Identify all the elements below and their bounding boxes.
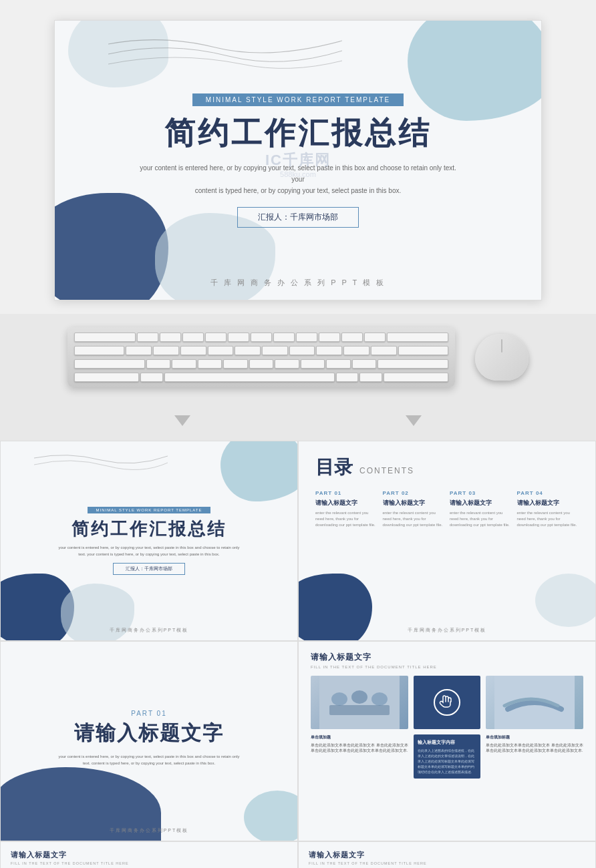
ms2-part-4-desc: enter the relevant content you need here…	[517, 510, 579, 528]
ms2-footer: 千库网商务办公系列PPT模板	[408, 627, 487, 634]
ms4-content: 请输入标题文字 FILL IN THE TEXT OF THE DOCUMENT…	[299, 642, 595, 789]
key	[275, 359, 299, 369]
key	[146, 359, 171, 369]
ms2-part-1-title: 请输入标题文字	[315, 499, 378, 507]
reporter-box: 汇报人：千库网市场部	[237, 207, 359, 228]
ms2-part-3-desc: enter the relevant content you need here…	[450, 510, 512, 528]
ms4-right-text: 单击填加标题 单击此处添加文本单击此处添加文本 单击此处添加文本 单击此处添加文…	[486, 734, 583, 779]
ms1-content: MINIMAL STYLE WORK REPORT TEMPLATE 简约工作汇…	[1, 441, 297, 640]
key	[249, 359, 274, 369]
mini-slide-6: 请输入标题文字 FILL IN THE TEXT OF THE DOCUMENT…	[298, 841, 596, 868]
key	[140, 373, 163, 382]
mini-slide-3: PART 01 请输入标题文字 your content is entered …	[0, 641, 298, 841]
key	[336, 373, 359, 382]
ms2-parts: PART 01 请输入标题文字 enter the relevant conte…	[315, 490, 579, 528]
keyboard-row-2	[74, 345, 448, 356]
ms2-blob-bottom-left	[298, 574, 372, 641]
svg-point-2	[351, 690, 367, 704]
ms4-icon-circle	[434, 689, 460, 716]
ms3-part-label: PART 01	[131, 710, 166, 717]
key	[352, 359, 377, 369]
slides-grid: MINIMAL STYLE WORK REPORT TEMPLATE 简约工作汇…	[0, 441, 596, 868]
key	[343, 346, 369, 355]
key	[137, 333, 158, 342]
ms2-header: 目录 CONTENTS	[315, 455, 579, 480]
ms6-title: 请输入标题文字	[309, 850, 585, 860]
keyboard	[67, 327, 455, 387]
mini-slide-1: MINIMAL STYLE WORK REPORT TEMPLATE 简约工作汇…	[0, 441, 298, 641]
key	[384, 373, 448, 382]
main-slide: MINIMAL STYLE WORK REPORT TEMPLATE 简约工作汇…	[54, 20, 542, 300]
ms4-meeting-img	[311, 676, 408, 729]
ms2-part-4: PART 04 请输入标题文字 enter the relevant conte…	[517, 490, 579, 528]
handshake-svg	[486, 676, 583, 729]
ms2-part-1-desc: enter the relevant content you need here…	[315, 510, 378, 528]
key	[208, 346, 234, 355]
mini-slide-2: 目录 CONTENTS PART 01 请输入标题文字 enter the re…	[298, 441, 596, 641]
key	[319, 333, 340, 342]
ms4-handshake-img	[486, 676, 583, 729]
ms6-subtitle: FILL IN THE TEXT OF THE DOCUMENT TITLE H…	[309, 861, 585, 865]
key	[223, 359, 248, 369]
ms4-bottom-row: 单击填加题 单击此处添加文本单击此处添加文本 单击此处添加文本 单击此处添加文本…	[311, 734, 583, 779]
svg-point-3	[371, 692, 388, 706]
ms2-part-4-title: 请输入标题文字	[517, 499, 579, 507]
ms1-footer: 千库网商务办公系列PPT模板	[110, 627, 189, 634]
key	[172, 359, 196, 369]
ms2-part-1-label: PART 01	[315, 490, 378, 496]
mouse	[475, 334, 529, 381]
ms2-content: 目录 CONTENTS PART 01 请输入标题文字 enter the re…	[299, 441, 595, 538]
key	[160, 333, 181, 342]
key	[296, 333, 317, 342]
keyboard-section	[0, 314, 596, 401]
key	[387, 333, 448, 342]
ms2-part-2-label: PART 02	[383, 490, 445, 496]
mini-slide-5: 请输入标题文字 FILL IN THE TEXT OF THE DOCUMENT…	[0, 841, 298, 868]
ms4-subtitle: FILL IN THE TEXT OF THE DOCUMENT TITLE H…	[311, 665, 583, 669]
key	[198, 359, 222, 369]
key	[74, 373, 139, 382]
key	[371, 346, 397, 355]
key	[316, 346, 342, 355]
arrow-left	[174, 415, 190, 426]
ms2-part-3-label: PART 03	[450, 490, 512, 496]
key	[126, 346, 152, 355]
key	[74, 346, 124, 355]
slide-tag: MINIMAL STYLE WORK REPORT TEMPLATE	[192, 93, 404, 106]
ms2-title-en: CONTENTS	[359, 466, 414, 475]
ms1-tag: MINIMAL STYLE WORK REPORT TEMPLATE	[88, 507, 210, 513]
slide-footer: 千 库 网 商 务 办 公 系 列 P P T 模 板	[210, 278, 386, 288]
key	[74, 359, 145, 369]
ms2-part-4-label: PART 04	[517, 490, 579, 496]
slide-title-cn: 简约工作汇报总结	[164, 113, 432, 154]
slide-desc: your content is entered here, or by copy…	[138, 162, 458, 196]
meeting-svg	[311, 676, 408, 729]
key	[289, 346, 315, 355]
key	[262, 346, 288, 355]
arrows-section	[0, 401, 596, 441]
key	[378, 359, 448, 369]
arrow-right	[406, 415, 422, 426]
key	[359, 373, 382, 382]
ms3-footer: 千库网商务办公系列PPT模板	[110, 827, 189, 834]
ms2-part-3-title: 请输入标题文字	[450, 499, 512, 507]
hand-icon	[439, 694, 455, 710]
ms2-part-2: PART 02 请输入标题文字 enter the relevant conte…	[383, 490, 445, 528]
key	[180, 346, 206, 355]
ms2-part-3: PART 03 请输入标题文字 enter the relevant conte…	[450, 490, 512, 528]
svg-point-1	[331, 692, 347, 706]
ms4-center-icon	[414, 676, 480, 729]
ms1-title-cn: 简约工作汇报总结	[71, 517, 227, 541]
ms6-content: 请输入标题文字 FILL IN THE TEXT OF THE DOCUMENT…	[299, 842, 595, 868]
ms3-content: PART 01 请输入标题文字 your content is entered …	[1, 642, 297, 841]
ms2-title-cn: 目录	[315, 455, 353, 480]
key	[235, 346, 261, 355]
key-spacebar	[164, 373, 335, 382]
slide-content: MINIMAL STYLE WORK REPORT TEMPLATE 简约工作汇…	[55, 21, 541, 300]
key	[228, 333, 249, 342]
ms2-blob-bottom-right	[535, 574, 596, 627]
key	[153, 346, 179, 355]
key	[398, 346, 448, 355]
key	[341, 333, 363, 342]
mini-slide-4: 请输入标题文字 FILL IN THE TEXT OF THE DOCUMENT…	[298, 641, 596, 841]
